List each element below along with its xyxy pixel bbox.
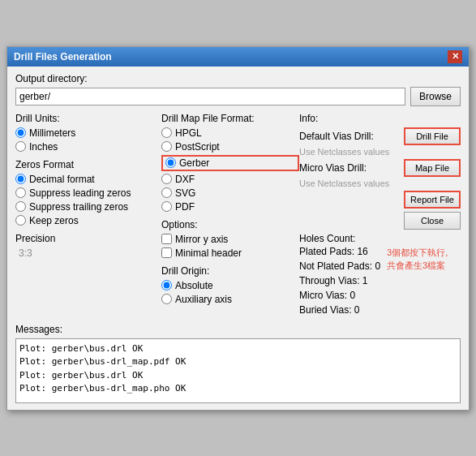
- mirror-y-label: Mirror y axis: [175, 234, 228, 245]
- holes-info-col: Plated Pads: 16 Not Plated Pads: 0 Throu…: [299, 246, 380, 317]
- messages-box[interactable]: Plot: gerber\bus.drl OKPlot: gerber\bus-…: [15, 338, 461, 403]
- buried-vias: Buried Vias: 0: [299, 304, 380, 316]
- gerber-option[interactable]: Gerber: [161, 155, 299, 171]
- gerber-label: Gerber: [179, 157, 209, 169]
- default-vias-label: Default Vias Drill:: [299, 131, 374, 142]
- drill-map-group: HPGL PostScript Gerber DXF: [161, 127, 299, 213]
- svg-label: SVG: [175, 187, 195, 199]
- left-column: Drill Units: Millimeters Inches Zeros Fo…: [15, 113, 161, 317]
- suppress-trailing-radio[interactable]: [15, 201, 26, 212]
- decimal-format-option[interactable]: Decimal format: [15, 174, 161, 185]
- absolute-radio[interactable]: [161, 280, 172, 290]
- suppress-leading-option[interactable]: Suppress leading zeros: [15, 187, 161, 199]
- not-plated-pads: Not Plated Pads: 0: [299, 260, 380, 272]
- precision-section: Precision 3:3: [15, 233, 161, 259]
- zeros-section: Zeros Format Decimal format Suppress lea…: [15, 159, 161, 226]
- suppress-trailing-label: Suppress trailing zeros: [29, 201, 128, 213]
- suppress-leading-radio[interactable]: [15, 187, 26, 198]
- messages-label: Messages:: [15, 324, 461, 335]
- zeros-format-group: Decimal format Suppress leading zeros Su…: [15, 174, 161, 226]
- auxiliary-axis-option[interactable]: Auxiliary axis: [161, 294, 299, 305]
- main-columns: Drill Units: Millimeters Inches Zeros Fo…: [15, 113, 461, 317]
- options-group: Mirror y axis Minimal header: [161, 234, 299, 259]
- millimeters-radio[interactable]: [15, 127, 26, 138]
- svg-radio[interactable]: [161, 187, 172, 198]
- dxf-option[interactable]: DXF: [161, 174, 299, 185]
- map-file-button[interactable]: Map File: [404, 159, 461, 177]
- mirror-y-checkbox[interactable]: [161, 234, 172, 244]
- zeros-format-label: Zeros Format: [15, 159, 161, 170]
- annotation: 3個都按下執行,共會產生3檔案: [387, 246, 448, 317]
- auxiliary-axis-label: Auxiliary axis: [175, 294, 232, 305]
- hpgl-radio[interactable]: [161, 127, 172, 138]
- messages-section: Messages: Plot: gerber\bus.drl OKPlot: g…: [15, 324, 461, 403]
- minimal-header-checkbox[interactable]: [161, 247, 172, 258]
- gerber-radio[interactable]: [165, 157, 176, 168]
- default-vias-sub: Use Netclasses values: [299, 147, 461, 157]
- drill-units-group: Millimeters Inches: [15, 127, 161, 153]
- mirror-y-option[interactable]: Mirror y axis: [161, 234, 299, 245]
- drill-file-button[interactable]: Drill File: [404, 127, 461, 145]
- keep-zeros-label: Keep zeros: [29, 215, 79, 226]
- drill-origin-label: Drill Origin:: [161, 265, 299, 277]
- suppress-trailing-option[interactable]: Suppress trailing zeros: [15, 201, 161, 213]
- keep-zeros-radio[interactable]: [15, 215, 26, 226]
- right-column: Info: Default Vias Drill: Drill File Use…: [299, 113, 461, 317]
- pdf-option[interactable]: PDF: [161, 201, 299, 213]
- inches-label: Inches: [29, 141, 58, 153]
- dxf-radio[interactable]: [161, 174, 172, 184]
- postscript-option[interactable]: PostScript: [161, 141, 299, 153]
- report-file-button[interactable]: Report File: [404, 191, 461, 209]
- keep-zeros-option[interactable]: Keep zeros: [15, 215, 161, 226]
- drill-map-label: Drill Map File Format:: [161, 113, 299, 124]
- plated-pads: Plated Pads: 16: [299, 246, 380, 257]
- hpgl-option[interactable]: HPGL: [161, 127, 299, 139]
- middle-column: Drill Map File Format: HPGL PostScript: [161, 113, 299, 317]
- auxiliary-axis-radio[interactable]: [161, 294, 172, 304]
- options-section: Options: Mirror y axis Minimal header: [161, 219, 299, 259]
- millimeters-option[interactable]: Millimeters: [15, 127, 161, 139]
- postscript-label: PostScript: [175, 141, 220, 153]
- absolute-option[interactable]: Absolute: [161, 280, 299, 291]
- micro-vias-sub: Use Netclasses values: [299, 179, 461, 188]
- action-buttons: Report File Close: [299, 191, 461, 230]
- decimal-format-radio[interactable]: [15, 174, 26, 184]
- drill-origin-group: Absolute Auxiliary axis: [161, 280, 299, 305]
- hpgl-label: HPGL: [175, 127, 202, 139]
- inches-option[interactable]: Inches: [15, 141, 161, 153]
- info-title: Info:: [299, 113, 461, 124]
- main-window: Drill Files Generation ✕ Output director…: [6, 46, 470, 411]
- absolute-label: Absolute: [175, 280, 213, 291]
- pdf-radio[interactable]: [161, 201, 172, 212]
- close-button[interactable]: Close: [404, 212, 461, 230]
- info-section: Info: Default Vias Drill: Drill File Use…: [299, 113, 461, 317]
- svg-option[interactable]: SVG: [161, 187, 299, 199]
- browse-button[interactable]: Browse: [410, 87, 461, 106]
- micro-vias-label: Micro Vias Drill:: [299, 162, 367, 174]
- window-title: Drill Files Generation: [14, 51, 112, 62]
- minimal-header-option[interactable]: Minimal header: [161, 247, 299, 259]
- pdf-label: PDF: [175, 201, 195, 213]
- title-bar: Drill Files Generation ✕: [7, 47, 469, 67]
- precision-value: 3:3: [19, 247, 161, 259]
- through-vias: Through Vias: 1: [299, 275, 380, 286]
- holes-count-section: Holes Count: Plated Pads: 16 Not Plated …: [299, 233, 461, 317]
- options-label: Options:: [161, 219, 299, 230]
- dxf-label: DXF: [175, 174, 195, 185]
- output-row: Browse: [15, 87, 461, 106]
- minimal-header-label: Minimal header: [175, 247, 242, 259]
- precision-label: Precision: [15, 233, 161, 244]
- postscript-radio[interactable]: [161, 141, 172, 152]
- close-window-button[interactable]: ✕: [448, 50, 462, 63]
- drill-map-section: Drill Map File Format: HPGL PostScript: [161, 113, 299, 213]
- decimal-format-label: Decimal format: [29, 174, 95, 185]
- drill-units-label: Drill Units:: [15, 113, 161, 124]
- holes-details: Plated Pads: 16 Not Plated Pads: 0 Throu…: [299, 246, 461, 317]
- micro-vias-row: Micro Vias Drill: Map File: [299, 159, 461, 177]
- suppress-leading-label: Suppress leading zeros: [29, 187, 131, 199]
- output-input[interactable]: [15, 88, 405, 105]
- drill-origin-section: Drill Origin: Absolute Auxiliary axis: [161, 265, 299, 305]
- millimeters-label: Millimeters: [29, 127, 75, 139]
- inches-radio[interactable]: [15, 141, 26, 152]
- micro-vias-count: Micro Vias: 0: [299, 290, 380, 301]
